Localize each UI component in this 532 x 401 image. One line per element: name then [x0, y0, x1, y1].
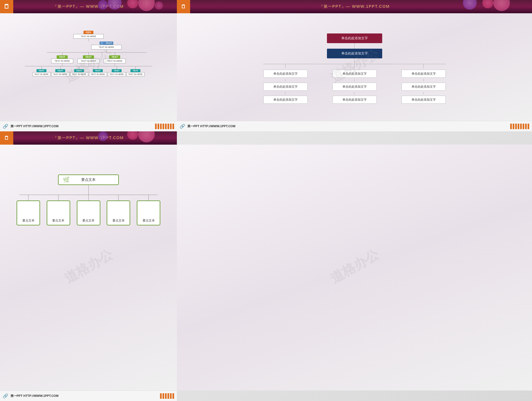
cn-col-1: 单击此处添加文字 单击此处添加文字 单击此处添加文字: [263, 64, 308, 104]
ceo-box: TEXT IN HERE: [73, 34, 104, 39]
vline-l3-1: [62, 53, 62, 55]
slide-1-header: 🗒 『第一PPT』— WWW.1PPT.COM: [0, 0, 177, 13]
cn-c1r2: 单击此处添加文字: [263, 83, 308, 91]
cn-col1-vline: [285, 64, 285, 68]
cn-c3r2: 单击此处添加文字: [402, 83, 446, 91]
bubble-s2-2: [482, 0, 493, 8]
cn-c2r3: 单击此处添加文字: [332, 96, 377, 104]
l3-text-1: TEXT IN HERE: [55, 60, 70, 62]
bubble-s3-1: [138, 131, 155, 142]
green-sub-box-4: 要点文本: [107, 201, 130, 225]
cn-col-3: 单击此处添加文字 单击此处添加文字 单击此处添加文字: [402, 64, 446, 104]
l4-node-6: TEXT TEXT IN HERE: [127, 66, 145, 76]
cn-c2r3-text: 单击此处添加文字: [342, 98, 367, 101]
cn-c2r1-text: 单击此处添加文字: [342, 72, 367, 75]
level2-label: TEXT: [106, 42, 112, 45]
l4-text-6: TEXT IN HERE: [128, 73, 143, 75]
vline-l4-1: [41, 66, 42, 69]
l4-node-3: TEXT TEXT IN HERE: [70, 66, 88, 76]
green-sub-text-5: 要点文本: [143, 218, 155, 223]
green-sub-box-5: 要点文本: [137, 201, 160, 225]
l4-label-1: TEXT: [36, 69, 46, 72]
ceo-node: CEO TEXT IN HERE: [73, 31, 104, 41]
ceo-text: TEXT IN HERE: [81, 35, 96, 38]
cn-top-text: 单击此处添加文字: [341, 36, 368, 40]
cn-second-node: 单击此处添加文字: [327, 49, 382, 58]
l4-box-5: TEXT IN HERE: [108, 72, 126, 76]
l3-node-3: TEXT TEXT IN HERE: [104, 53, 126, 66]
cn-col1-vline3: [285, 92, 285, 94]
slide-2: 🗒 『第一PPT』— WWW.1PPT.COM 道格办公 单击此处添加文字 单击…: [177, 0, 532, 131]
vline-l4-2: [60, 66, 61, 69]
l4-node-2: TEXT TEXT IN HERE: [51, 66, 69, 76]
cn-c3r2-text: 单击此处添加文字: [412, 85, 436, 88]
cn-c3r1: 单击此处添加文字: [402, 70, 446, 78]
cn-second-text: 单击此处添加文字: [341, 51, 368, 55]
bubble-2: [127, 0, 138, 8]
bubble-1: [138, 0, 155, 11]
l3-label-1: TEXT: [57, 55, 67, 59]
cn-col3-vline: [423, 64, 424, 68]
vline-ceo: [88, 39, 89, 41]
cn-col3-vline3: [423, 92, 424, 94]
l3-label-3: TEXT: [109, 55, 120, 59]
vline-l2: [106, 50, 107, 52]
l4-box-3: TEXT IN HERE: [70, 72, 88, 76]
bubble-s2-1: [493, 0, 510, 11]
leaf-icon: 🌿: [63, 176, 70, 183]
l4-box-2: TEXT IN HERE: [51, 72, 69, 76]
l4-label-5: TEXT: [112, 69, 122, 72]
cn-vline-1: [354, 43, 355, 49]
l3-text-3: TEXT IN HERE: [107, 60, 122, 62]
l4-box-1: TEXT IN HERE: [33, 72, 51, 76]
ceo-label: CEO: [83, 31, 93, 34]
slide-4: 道格办公: [177, 131, 532, 401]
gv1: [28, 195, 28, 201]
cn-c3r3: 单击此处添加文字: [402, 96, 446, 104]
slide-2-title: 『第一PPT』— WWW.1PPT.COM: [319, 4, 390, 9]
cn-c3r3-text: 单击此处添加文字: [412, 98, 436, 101]
l4-node-1: TEXT TEXT IN HERE: [33, 66, 51, 76]
green-sub-text-3: 要点文本: [82, 218, 95, 223]
l4-label-3: TEXT: [74, 69, 84, 72]
cn-c2r2-text: 单击此处添加文字: [342, 85, 367, 88]
l4-label-2: TEXT: [55, 69, 65, 72]
cn-c1r3: 单击此处添加文字: [263, 96, 308, 104]
gv4: [118, 195, 119, 201]
slide-3-content: 🌿 要点文本 要点文本: [0, 158, 177, 401]
l3-box-1: TEXT IN HERE: [51, 59, 73, 63]
cn-columns: 单击此处添加文字 单击此处添加文字 单击此处添加文字: [263, 64, 446, 104]
green-sub-box-2: 要点文本: [47, 201, 70, 225]
slide-number-2: 🗒: [177, 0, 190, 13]
vline-l4-3: [79, 66, 79, 69]
cn-c1r3-text: 单击此处添加文字: [273, 98, 298, 101]
slide-2-content: 单击此处添加文字 单击此处添加文字 单击此处添加文字: [177, 27, 532, 131]
level4-row: TEXT TEXT IN HERE TEXT TEXT IN HERE: [19, 66, 158, 76]
level3-row: TEXT TEXT IN HERE TEXT TEXT IN HERE: [51, 53, 126, 66]
green-sub-box-1: 要点文本: [17, 201, 40, 225]
bubble-s2-3: [463, 0, 477, 10]
green-sub-text-4: 要点文本: [112, 218, 125, 223]
green-sub-2: 要点文本: [47, 195, 70, 225]
green-sub-text-1: 要点文本: [22, 218, 35, 223]
cn-col1-vline2: [285, 79, 285, 81]
green-sub-box-3: 要点文本: [77, 201, 100, 225]
vline-l4-5: [117, 66, 117, 69]
cn-c1r1-text: 单击此处添加文字: [273, 72, 298, 75]
slide-2-header: 🗒 『第一PPT』— WWW.1PPT.COM: [177, 0, 532, 13]
bubble-3: [155, 1, 163, 10]
vline-l4-4: [98, 66, 98, 69]
cn-c1r2-text: 单击此处添加文字: [273, 85, 298, 88]
slide-1-content: CEO TEXT IN HERE: [0, 27, 177, 131]
cn-c3r1-text: 单击此处添加文字: [412, 72, 436, 75]
l4-box-4: TEXT IN HERE: [89, 72, 107, 76]
slide-3: 🗒 『第一PPT』— WWW.1PPT.COM 道格办公 🌿 要点文本: [0, 131, 177, 401]
l3-label-2: TEXT: [83, 55, 94, 59]
l4-box-6: TEXT IN HERE: [127, 72, 145, 76]
green-vline: [88, 185, 89, 195]
l4-node-5: TEXT TEXT IN HERE: [108, 66, 126, 76]
cn-c2r1: 单击此处添加文字: [332, 70, 377, 78]
spacer-left: [55, 41, 91, 44]
slide-4-bg: [177, 145, 532, 390]
level4-area: TEXT TEXT IN HERE TEXT TEXT IN HERE: [19, 66, 158, 76]
